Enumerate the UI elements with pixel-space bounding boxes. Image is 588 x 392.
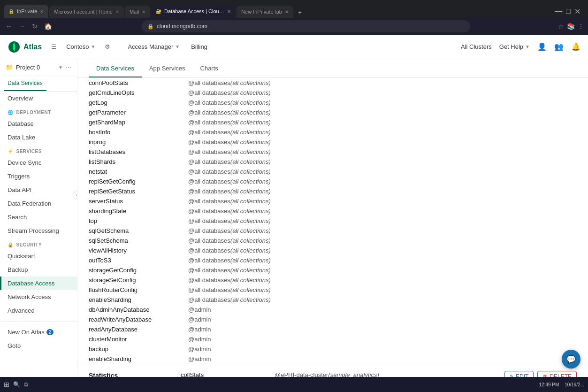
table-row: connPoolStats @all databases(all collect… (77, 78, 588, 88)
browser-tab-mail[interactable]: Mail ✕ (125, 6, 150, 18)
sidebar-item-goto[interactable]: Goto (0, 339, 77, 353)
browser-tab-db-access[interactable]: 🔐 Database Access | Cloud Mong... ✕ (151, 5, 236, 18)
project-selector[interactable]: 📁 Project 0 ▼ ⋯ (0, 59, 77, 76)
table-row: getLog @all databases(all collections) (77, 98, 588, 108)
back-icon[interactable]: ← (4, 21, 14, 32)
table-row: storageSetConfig @all databases(all coll… (77, 275, 588, 285)
top-tabs-bar: Data Services App Services Charts (77, 59, 588, 78)
project-name: Project 0 (16, 64, 55, 71)
services-section-icon: ⚡ (8, 149, 14, 154)
nav-access-manager[interactable]: Access Manager ▼ (124, 41, 183, 52)
security-section-icon: 🔒 (8, 242, 14, 247)
sidebar-item-data-api[interactable]: Data API (0, 183, 77, 197)
settings-icon[interactable]: ⋮ (578, 23, 584, 30)
sidebar-item-stream-processing[interactable]: Stream Processing (0, 224, 77, 238)
atlas-logo[interactable]: Atlas (8, 40, 42, 54)
refresh-icon[interactable]: ↻ (30, 21, 39, 32)
chat-bubble[interactable]: 💬 (562, 350, 580, 369)
tab-close-icon[interactable]: ✕ (40, 9, 44, 14)
table-row: replSetGetStatus @all databases(all coll… (77, 186, 588, 196)
access-manager-label: Access Manager (128, 43, 173, 50)
billing-label: Billing (191, 43, 207, 50)
sidebar-item-device-sync[interactable]: Device Sync (0, 156, 77, 169)
minimize-icon[interactable]: — (555, 7, 562, 16)
new-on-atlas-badge: 2 (46, 329, 54, 335)
table-row: outToS3 @all databases(all collections) (77, 255, 588, 265)
edit-button[interactable]: ✎ EDIT (504, 371, 534, 377)
table-row: sqlGetSchema @all databases(all collecti… (77, 226, 588, 236)
browser-tab-home[interactable]: Microsoft account | Home ✕ (49, 6, 124, 18)
address-bar[interactable]: 🔒 cloud.mongodb.com (142, 20, 470, 32)
user-icon[interactable]: 👤 (537, 42, 547, 51)
sidebar-item-triggers[interactable]: Triggers (0, 169, 77, 183)
sidebar-item-quickstart[interactable]: Quickstart (0, 249, 77, 263)
table-row: getParameter @all databases(all collecti… (77, 108, 588, 117)
sidebar-item-new-on-atlas[interactable]: New On Atlas 2 (0, 325, 77, 339)
main-content: Data Services App Services Charts connPo… (77, 59, 588, 377)
org-name: Contoso (66, 43, 89, 50)
tab-close-icon[interactable]: ✕ (115, 9, 119, 15)
sidebar-item-data-lake[interactable]: Data Lake (0, 131, 77, 144)
org-selector[interactable]: Contoso ▼ (62, 41, 99, 52)
sidebar-item-network-access[interactable]: Network Access (0, 290, 77, 304)
bookmark-icon[interactable]: ☆ (558, 23, 564, 30)
collections-icon[interactable]: 📚 (567, 23, 575, 30)
sidebar-item-database-access[interactable]: Database Access (0, 277, 77, 290)
browser-tab-inprivate[interactable]: 🔒 InPrivate ✕ (4, 5, 48, 18)
tab-label: Database Access | Cloud Mong... (164, 8, 224, 14)
table-row: sqlSetSchema @all databases(all collecti… (77, 236, 588, 246)
bell-icon[interactable]: 🔔 (571, 42, 580, 51)
sidebar-item-search[interactable]: Search (0, 210, 77, 224)
nav-right: All Clusters Get Help ▼ 👤 👥 🔔 (461, 42, 580, 51)
sidebar-item-backup[interactable]: Backup (0, 263, 77, 277)
trash-icon: 🗑 (542, 374, 548, 377)
table-row: flushRouterConfig @all databases(all col… (77, 285, 588, 295)
delete-button[interactable]: 🗑 DELETE (537, 371, 577, 377)
gear-icon[interactable]: ⚙ (103, 41, 112, 52)
windows-icon[interactable]: ⊞ (4, 381, 9, 388)
table-row: shardingState @all databases(all collect… (77, 206, 588, 216)
table-row: getShardMap @all databases(all collectio… (77, 117, 588, 127)
tab-close-icon[interactable]: ✕ (285, 9, 289, 15)
team-icon[interactable]: 👥 (554, 42, 564, 51)
taskbar-right: 12:49 PM 10/19/2... (539, 382, 584, 387)
taskview-icon[interactable]: ⧉ (24, 381, 28, 388)
table-row: storageGetConfig @all databases(all coll… (77, 265, 588, 275)
table-row: enableSharding @admin (77, 354, 588, 364)
sidebar-item-database[interactable]: Database (0, 117, 77, 131)
browser-chrome: 🔒 InPrivate ✕ Microsoft account | Home ✕… (0, 0, 588, 18)
deployment-section-icon: 🌐 (8, 110, 14, 115)
sidebar-section-services: ⚡ SERVICES (0, 144, 77, 156)
org-list-icon[interactable]: ☰ (49, 41, 59, 52)
sidebar-item-overview[interactable]: Overview (0, 92, 77, 105)
new-tab-button[interactable]: + (294, 7, 305, 18)
home-icon[interactable]: 🏠 (42, 21, 54, 32)
table-row: listShards @all databases(all collection… (77, 157, 588, 167)
tab-label: InPrivate (17, 8, 37, 14)
tab-data-services[interactable]: Data Services (4, 76, 46, 91)
project-more-icon[interactable]: ⋯ (66, 64, 71, 71)
sidebar-item-data-federation[interactable]: Data Federation (0, 197, 77, 210)
tab-app-services[interactable]: App Services (142, 59, 193, 77)
tab-charts[interactable]: Charts (193, 59, 226, 77)
sidebar-section-deployment: 🌐 DEPLOYMENT (0, 105, 77, 117)
maximize-icon[interactable]: □ (566, 7, 571, 16)
forward-icon[interactable]: → (17, 21, 27, 32)
tab-close-icon[interactable]: ✕ (142, 9, 145, 15)
all-clusters-btn[interactable]: All Clusters (461, 43, 492, 50)
nav-billing[interactable]: Billing (187, 41, 211, 52)
statistics-table: collStats @ePHI-data-cluster(sample_anal… (173, 370, 504, 377)
tab-close-icon[interactable]: ✕ (227, 9, 231, 14)
search-icon[interactable]: 🔍 (13, 381, 20, 388)
table-row: getCmdLineOpts @all databases(all collec… (77, 88, 588, 98)
browser-tab-new-inprivate[interactable]: New InPrivate tab ✕ (237, 6, 293, 18)
nav-divider (118, 41, 118, 53)
help-dropdown-icon: ▼ (525, 44, 530, 49)
sidebar-item-advanced[interactable]: Advanced (0, 304, 77, 317)
privileges-table: connPoolStats @all databases(all collect… (77, 78, 588, 364)
sidebar-section-security: 🔒 SECURITY (0, 238, 77, 249)
get-help-btn[interactable]: Get Help ▼ (499, 43, 530, 50)
org-dropdown-icon: ▼ (91, 44, 96, 49)
close-icon[interactable]: ✕ (574, 7, 580, 16)
tab-data-services[interactable]: Data Services (89, 59, 142, 77)
